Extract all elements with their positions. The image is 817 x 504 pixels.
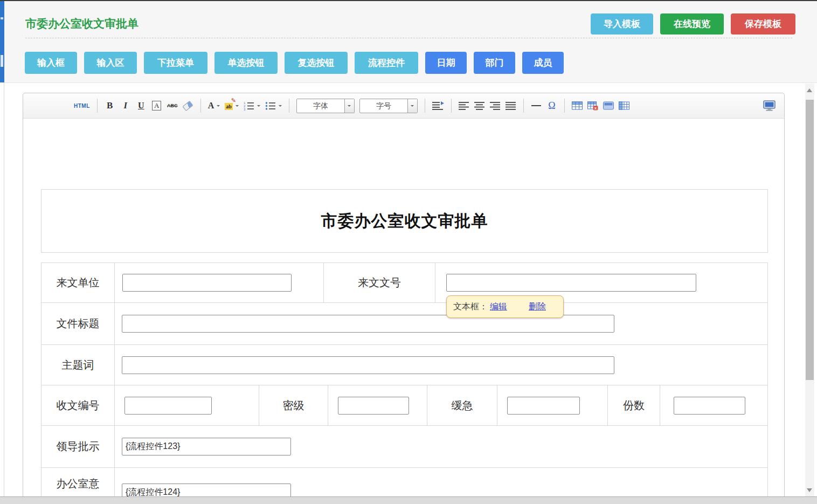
italic-button[interactable]: I (120, 99, 131, 113)
ordered-list-button[interactable]: 1 2 3 (244, 99, 260, 113)
align-right-icon (490, 102, 500, 110)
form-table: 来文单位 来文文号 文件标题 主题词 (41, 263, 768, 504)
toolbar-divider (200, 99, 201, 113)
label-copies: 份数 (607, 385, 660, 425)
table-properties-icon (603, 101, 614, 110)
add-input-button[interactable]: 输入框 (25, 52, 77, 74)
align-right-button[interactable] (490, 99, 501, 113)
add-textarea-button[interactable]: 输入区 (84, 52, 137, 74)
rich-text-editor-panel: HTML B I U A ABC A ab✎ 1 2 3 (23, 93, 785, 504)
input-source-unit[interactable] (122, 274, 292, 292)
font-size-select[interactable]: 字号 (359, 99, 418, 113)
input-source-number[interactable] (446, 274, 696, 292)
inline-style-icon[interactable]: A (152, 101, 161, 111)
table-properties-button[interactable] (603, 99, 614, 113)
table-cell (328, 385, 427, 425)
fullscreen-button[interactable] (763, 99, 776, 113)
input-copies[interactable] (674, 397, 745, 415)
indent-icon (432, 101, 444, 110)
font-family-value: 字体 (297, 99, 344, 113)
tooltip-label: 文本框： (453, 301, 488, 313)
edit-field-link[interactable]: 编辑 (490, 301, 507, 313)
svg-text:3: 3 (244, 108, 246, 111)
strikethrough-button[interactable]: ABC (167, 99, 178, 113)
add-radio-button[interactable]: 单选按钮 (214, 52, 278, 74)
special-char-button[interactable]: Ω (546, 99, 557, 113)
unordered-list-button[interactable] (265, 99, 282, 113)
html-source-button[interactable]: HTML (74, 99, 90, 113)
chevron-down-icon (279, 105, 282, 108)
add-member-button[interactable]: 成员 (522, 52, 564, 74)
horizontal-rule-icon (531, 105, 541, 106)
delete-table-button[interactable]: x (587, 99, 598, 113)
highlight-color-button[interactable]: ab✎ (225, 99, 239, 113)
input-urgency[interactable] (507, 397, 580, 415)
add-dropdown-button[interactable]: 下拉菜单 (144, 52, 207, 74)
add-department-button[interactable]: 部门 (474, 52, 515, 74)
justify-button[interactable] (506, 99, 516, 113)
scroll-down-arrow-icon[interactable] (807, 488, 812, 492)
insert-table-icon (572, 101, 583, 110)
input-keywords[interactable] (122, 356, 614, 374)
vertical-scrollbar[interactable] (805, 84, 814, 497)
add-checkbox-button[interactable]: 复选按钮 (285, 52, 348, 74)
label-leader-remarks: 领导批示 (41, 426, 114, 467)
add-flow-control-button[interactable]: 流程控件 (355, 52, 418, 74)
toolbar-divider (523, 99, 524, 113)
toolbar-divider (564, 99, 565, 113)
monitor-icon (763, 100, 776, 111)
label-doc-title: 文件标题 (41, 303, 114, 344)
ordered-list-icon: 1 2 3 (244, 101, 254, 111)
page-title: 市委办公室收文审批单 (25, 16, 139, 31)
cell-properties-button[interactable] (619, 99, 629, 113)
label-receipt-number: 收文编号 (41, 385, 114, 425)
input-receipt-number[interactable] (124, 397, 212, 415)
left-edge-divider (4, 82, 4, 504)
toolbar-divider (425, 99, 425, 113)
input-leader-remarks[interactable] (122, 438, 291, 455)
editor-content: 市委办公室收文审批单 来文单位 来文文号 文件标题 (23, 119, 784, 504)
font-color-button[interactable]: A (208, 99, 220, 113)
input-secret-level[interactable] (338, 397, 409, 415)
add-date-button[interactable]: 日期 (425, 52, 467, 74)
font-family-select[interactable]: 字体 (296, 99, 355, 113)
align-center-button[interactable] (474, 99, 485, 113)
chevron-down-icon (411, 105, 414, 108)
field-button-row: 输入框 输入区 下拉菜单 单选按钮 复选按钮 流程控件 日期 部门 成员 (25, 52, 564, 74)
align-left-button[interactable] (459, 99, 469, 113)
scrollbar-thumb[interactable] (806, 100, 814, 380)
font-size-dropdown-button[interactable] (407, 99, 417, 113)
chevron-down-icon (236, 105, 239, 108)
horizontal-scrollbar[interactable] (0, 496, 817, 504)
table-row: 领导批示 (41, 425, 767, 467)
label-source-unit: 来文单位 (41, 263, 114, 302)
form-title: 市委办公室收文审批单 (321, 210, 488, 232)
justify-icon (506, 102, 516, 110)
horizontal-rule-button[interactable] (531, 99, 542, 113)
table-cell (114, 345, 767, 385)
eraser-icon (183, 100, 193, 111)
delete-table-icon: x (587, 101, 598, 111)
scroll-up-arrow-icon[interactable] (807, 88, 812, 92)
editor-toolbar: HTML B I U A ABC A ab✎ 1 2 3 (23, 93, 784, 119)
label-secret-level: 密级 (259, 385, 328, 425)
remove-format-button[interactable] (183, 99, 193, 113)
label-keywords: 主题词 (41, 345, 114, 385)
table-cell (114, 426, 767, 467)
svg-text:x: x (594, 105, 597, 110)
import-template-button[interactable]: 导入模板 (591, 13, 653, 34)
online-preview-button[interactable]: 在线预览 (660, 13, 724, 34)
insert-table-button[interactable] (572, 99, 583, 113)
toolbar-divider (289, 99, 289, 113)
indent-button[interactable] (432, 99, 444, 113)
save-template-button[interactable]: 保存模板 (731, 13, 795, 34)
delete-field-link[interactable]: 删除 (529, 301, 546, 313)
table-row: 来文单位 来文文号 (41, 263, 767, 302)
toolbar-divider (97, 99, 98, 113)
table-row: 收文编号 密级 缓急 份数 (41, 385, 767, 425)
underline-button[interactable]: U (136, 99, 147, 113)
font-family-dropdown-button[interactable] (344, 99, 354, 113)
cell-properties-icon (619, 101, 629, 110)
table-row: 主题词 (41, 344, 767, 385)
bold-button[interactable]: B (105, 99, 115, 113)
